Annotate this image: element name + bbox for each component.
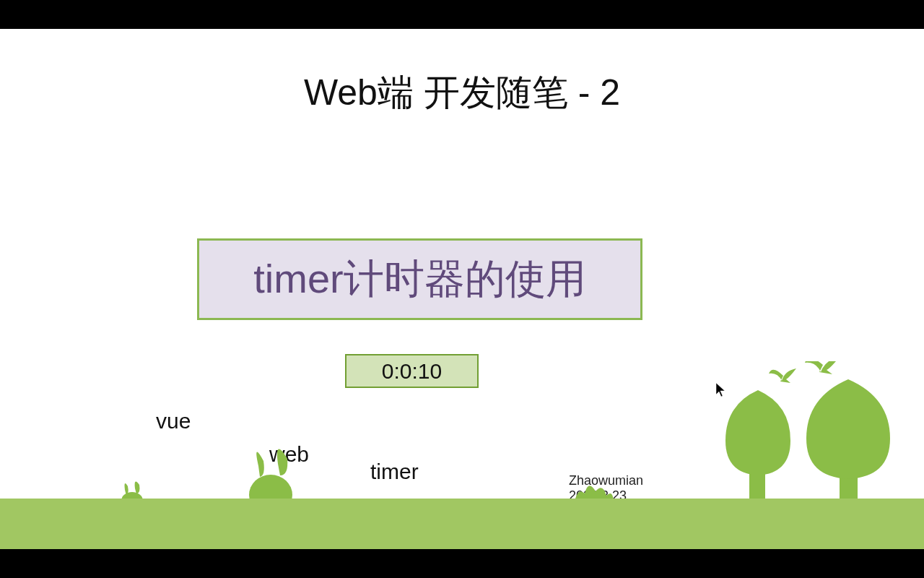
slide-title: Web端 开发随笔 - 2: [0, 69, 924, 117]
timer-value: 0:0:10: [382, 359, 442, 384]
slide: Web端 开发随笔 - 2 timer计时器的使用 0:0:10 vue web…: [0, 29, 924, 549]
subtitle-text: timer计时器的使用: [253, 252, 585, 307]
ground-strip: [0, 499, 924, 549]
timer-display-box: 0:0:10: [345, 354, 479, 388]
tag-vue: vue: [156, 409, 191, 434]
subtitle-box: timer计时器的使用: [197, 238, 642, 320]
author-name: Zhaowumian: [569, 473, 643, 488]
tag-timer: timer: [370, 460, 419, 484]
tag-web: web: [269, 442, 309, 467]
cursor-icon: [716, 383, 726, 397]
